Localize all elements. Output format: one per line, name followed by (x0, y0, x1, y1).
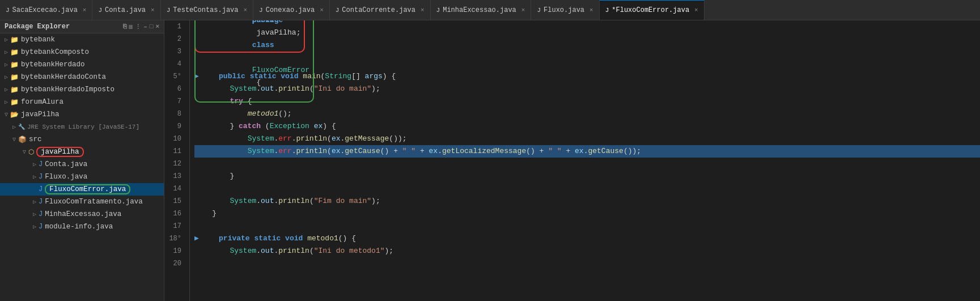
java-file-icon: J (605, 7, 609, 14)
tab-Fluxo[interactable]: J Fluxo.java × (531, 0, 599, 20)
code-line-17 (194, 220, 980, 232)
java-file-icon: J (6, 7, 10, 14)
tree-arrow: ▷ (2, 36, 10, 43)
line-numbers: 1 2 3 4 5° 6 7 8 9 10 11 12 13 14 15 16 … (164, 20, 190, 301)
tree-arrow: ▷ (2, 61, 10, 68)
tab-label: Fluxo.java (544, 6, 584, 14)
line-num-13: 13 (164, 170, 185, 183)
tree-arrow: ▷ (10, 124, 18, 130)
tree-label: bytebankHerdadoConta (21, 73, 106, 81)
line-num-18: 18° (164, 232, 185, 245)
tab-close-icon[interactable]: × (421, 7, 425, 14)
tree-arrow: ▷ (31, 161, 39, 168)
tree-label: bytebankComposto (21, 48, 89, 56)
tree-item-javaPilha-package[interactable]: ▽ ⬡ javaPilha (0, 146, 164, 158)
tree-item-FluxoComTratamento-java[interactable]: ▷ J FluxoComTratamento.java (0, 196, 164, 208)
tree-arrow: ▽ (2, 111, 10, 118)
tab-label: Conta.java (105, 6, 146, 14)
tree-arrow: ▽ (10, 136, 18, 143)
tree-item-src[interactable]: ▽ 📦 src (0, 133, 164, 146)
tree-item-MinhaExcessao-java[interactable]: ▷ J MinhaExcessao.java (0, 208, 164, 221)
tree-arrow: ▷ (31, 198, 39, 205)
tab-close-icon[interactable]: × (83, 7, 87, 14)
tree-item-jre[interactable]: ▷ 🔧 JRE System Library [JavaSE-17] (0, 121, 164, 133)
tab-label: ContaCorrente.java (342, 6, 415, 14)
code-line-8: metodo1 (); (194, 108, 980, 120)
java-icon: J (39, 160, 43, 168)
package-icon: ⬡ (28, 148, 34, 156)
tree-label: FluxoComError.java (45, 184, 130, 194)
tab-label: *FluxoComError.java (612, 6, 689, 14)
java-icon: J (39, 198, 43, 206)
line-num-14: 14 (164, 183, 185, 195)
folder-icon: 📁 (10, 73, 19, 82)
tab-close-icon[interactable]: × (694, 7, 698, 14)
tree-item-FluxoComError-java[interactable]: J FluxoComError.java (0, 183, 164, 196)
editor-area[interactable]: 1 2 3 4 5° 6 7 8 9 10 11 12 13 14 15 16 … (164, 20, 980, 301)
tree-item-bytebankHerdado[interactable]: ▷ 📁 bytebankHerdado (0, 58, 164, 71)
keyword-public: public (252, 20, 279, 24)
tree-item-bytebankComposto[interactable]: ▷ 📁 bytebankComposto (0, 46, 164, 58)
tree-item-Conta-java[interactable]: ▷ J Conta.java (0, 158, 164, 171)
tab-Conexao[interactable]: J Conexao.java × (253, 0, 330, 20)
tree-label: forumAlura (21, 98, 63, 106)
tab-label: TesteContas.java (173, 6, 238, 14)
minimize-icon[interactable]: – (143, 23, 147, 31)
java-icon: J (39, 185, 43, 193)
tree-label: FluxoComTratamento.java (45, 198, 143, 206)
line-num-11: 11 (164, 145, 185, 158)
tab-FluxoComError[interactable]: J *FluxoComError.java × (600, 0, 705, 20)
line-num-4: 4 (164, 58, 185, 70)
tree-label: Fluxo.java (45, 173, 87, 181)
tab-Conta[interactable]: J Conta.java × (92, 0, 160, 20)
tree-item-forumAlura[interactable]: ▷ 📁 forumAlura (0, 96, 164, 108)
tree-item-bytebankHerdadoConta[interactable]: ▷ 📁 bytebankHerdadoConta (0, 71, 164, 83)
code-line-16: } (194, 207, 980, 220)
tab-ContaCorrente[interactable]: J ContaCorrente.java × (330, 0, 431, 20)
code-line-18: ▶ private static void metodo1 () { (194, 232, 980, 245)
tab-TesteContas[interactable]: J TesteContas.java × (161, 0, 253, 20)
java-file-icon: J (259, 7, 263, 14)
sync-icon[interactable]: ⎘ (123, 23, 127, 31)
tab-MinhaExcessao[interactable]: J MinhaExcessao.java × (431, 0, 532, 20)
java-icon: J (39, 223, 43, 231)
tab-close-icon[interactable]: × (151, 7, 155, 14)
tree-arrow: ▷ (2, 99, 10, 105)
java-file-icon: J (436, 7, 440, 14)
line-num-8: 8 (164, 108, 185, 120)
menu-icon[interactable]: ⋮ (135, 23, 141, 31)
tree-label: MinhaExcessao.java (45, 210, 121, 218)
tree-item-Fluxo-java[interactable]: ▷ J Fluxo.java (0, 171, 164, 183)
keyword-class: class (252, 41, 274, 49)
tree-item-bytebank[interactable]: ▷ 📁 bytebank (0, 33, 164, 46)
close-icon[interactable]: × (155, 23, 159, 31)
tree-label: javaPilha (21, 111, 60, 118)
tab-label: MinhaExcessao.java (443, 6, 516, 14)
line-num-1: 1 (164, 20, 185, 33)
lib-icon: 🔧 (18, 124, 25, 130)
tree-label: module-info.java (45, 223, 113, 231)
sidebar-header-icons: ⎘ ⊞ ⋮ – □ × (123, 23, 159, 31)
tree-arrow: ▷ (31, 223, 39, 230)
class-name: FluxoComError (252, 66, 309, 74)
line-num-15: 15 (164, 195, 185, 207)
tab-label: Conexao.java (266, 6, 315, 14)
tab-close-icon[interactable]: × (320, 7, 324, 14)
tree-item-javaPilha[interactable]: ▽ 📂 javaPilha (0, 108, 164, 121)
tab-close-icon[interactable]: × (521, 7, 525, 14)
line-num-17: 17 (164, 220, 185, 232)
code-line-14 (194, 183, 980, 195)
code-line-20 (194, 257, 980, 270)
tab-SacaExcecao[interactable]: J SacaExcecao.java × (0, 0, 92, 20)
code-line-10: System . err . println ( ex . getMessage… (194, 133, 980, 145)
tree-label: src (29, 135, 42, 143)
tree-item-bytebankHerdadoImposto[interactable]: ▷ 📁 bytebankHerdadoImposto (0, 83, 164, 96)
tree-arrow: ▷ (2, 86, 10, 93)
tab-close-icon[interactable]: × (244, 7, 248, 14)
tree-item-module-info-java[interactable]: ▷ J module-info.java (0, 221, 164, 233)
folder-icon: 📁 (10, 61, 19, 69)
collapse-icon[interactable]: ⊞ (129, 23, 133, 31)
line-num-19: 19 (164, 245, 185, 257)
maximize-icon[interactable]: □ (150, 23, 154, 31)
tab-close-icon[interactable]: × (589, 7, 593, 14)
